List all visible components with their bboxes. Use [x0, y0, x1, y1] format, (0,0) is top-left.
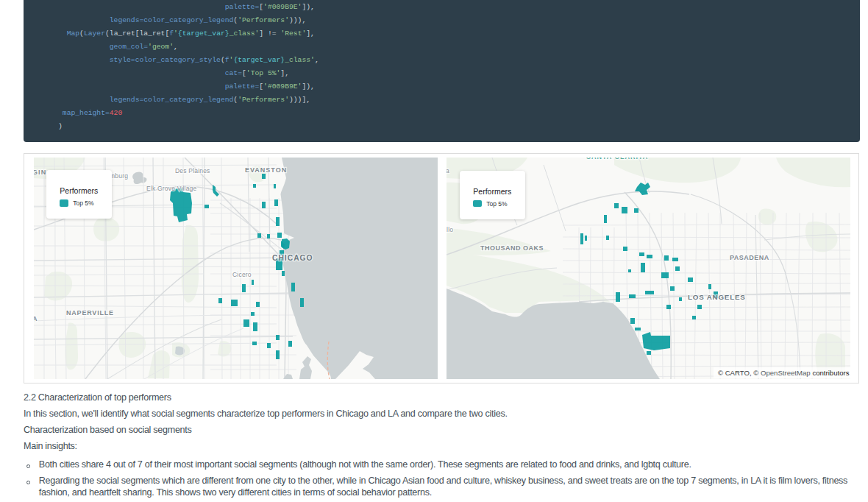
svg-text:Cicero: Cicero — [232, 271, 252, 278]
svg-text:EVANSTON: EVANSTON — [245, 166, 287, 174]
svg-text:mburg: mburg — [110, 172, 128, 180]
svg-text:CHICAGO: CHICAGO — [272, 254, 313, 262]
svg-text:Des Plaines: Des Plaines — [175, 167, 210, 174]
svg-text:A: A — [34, 315, 38, 322]
svg-text:LOS ANGELES: LOS ANGELES — [688, 293, 746, 301]
svg-text:Elk Grove Village: Elk Grove Village — [146, 185, 197, 192]
svg-text:GIN: GIN — [34, 169, 46, 176]
svg-text:SANTA CLARITA: SANTA CLARITA — [586, 158, 648, 160]
svg-text:NAPERVILLE: NAPERVILLE — [66, 309, 114, 317]
svg-text:illo: illo — [447, 226, 453, 233]
svg-text:PASADENA: PASADENA — [730, 254, 769, 261]
svg-text:a: a — [447, 167, 449, 174]
svg-text:THOUSAND OAKS: THOUSAND OAKS — [480, 244, 544, 252]
